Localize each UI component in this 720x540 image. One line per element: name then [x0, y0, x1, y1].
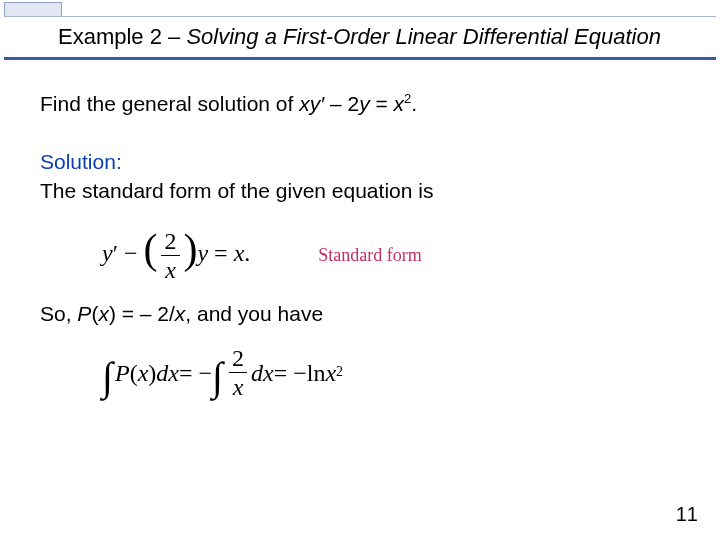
prompt-y: y: [359, 92, 370, 115]
solution-label: Solution:: [40, 148, 680, 176]
eq1-fraction: 2x: [160, 229, 180, 282]
eq1-rhs: x: [234, 240, 245, 266]
eq2-lpar: (: [130, 357, 138, 389]
prompt-dot: .: [411, 92, 417, 115]
eq2-num: 2: [228, 346, 248, 372]
eq2-eq2: = −ln: [274, 357, 326, 389]
eq1-annotation: Standard form: [318, 243, 421, 267]
eq2-xr: x: [325, 357, 336, 389]
eq2-den: x: [229, 372, 248, 399]
problem-statement: Find the general solution of xy′ – 2y = …: [40, 90, 680, 118]
so-P: P: [77, 302, 91, 325]
prompt-lead: Find the general solution of: [40, 92, 299, 115]
solution-line-1: The standard form of the given equation …: [40, 177, 680, 205]
prompt-xy: xy: [299, 92, 320, 115]
eq1-body: y′ − (2x)y = x.: [102, 229, 250, 282]
page-number: 11: [676, 503, 698, 526]
so-rpar: ) = – 2/: [109, 302, 175, 325]
eq2-exp: 2: [336, 363, 343, 382]
eq1-den: x: [161, 255, 180, 282]
eq1-lparen: (: [143, 226, 157, 272]
slide-content: Find the general solution of xy′ – 2y = …: [0, 62, 720, 399]
eq1-dot: .: [244, 240, 250, 266]
eq2-eq1: = −: [179, 357, 212, 389]
title-prefix: Example 2 –: [58, 24, 180, 49]
so-x2: x: [175, 302, 186, 325]
eq1-eq: =: [208, 240, 234, 266]
so-line: So, P(x) = – 2/x, and you have: [40, 300, 680, 328]
so-lead: So,: [40, 302, 77, 325]
eq2-rpar: ): [148, 357, 156, 389]
eq2-P: P: [115, 357, 130, 389]
so-tail: , and you have: [185, 302, 323, 325]
eq2-dx2: dx: [251, 357, 274, 389]
eq1-minus: −: [118, 240, 144, 266]
title-sub: Solving a First-Order Linear Differentia…: [186, 24, 660, 49]
so-x: x: [98, 302, 109, 325]
prompt-eq: =: [370, 92, 394, 115]
equation-standard-form: y′ − (2x)y = x. Standard form: [102, 229, 680, 282]
eq1-yv: y: [197, 240, 208, 266]
equation-integral: ∫ P(x) dx = − ∫ 2x dx = −ln x2: [102, 346, 680, 399]
eq1-num: 2: [160, 229, 180, 255]
eq2-x: x: [138, 357, 149, 389]
title-banner: Example 2 – Solving a First-Order Linear…: [4, 16, 716, 60]
prompt-x: x: [394, 92, 405, 115]
solution-block: Solution: The standard form of the given…: [40, 148, 680, 205]
title-bar: Example 2 – Solving a First-Order Linear…: [0, 0, 720, 62]
eq2-dx1: dx: [156, 357, 179, 389]
prompt-mid: – 2: [324, 92, 359, 115]
slide-title: Example 2 – Solving a First-Order Linear…: [58, 24, 661, 50]
eq1-y: y: [102, 240, 113, 266]
eq2-fraction: 2x: [228, 346, 248, 399]
eq1-rparen: ): [183, 226, 197, 272]
